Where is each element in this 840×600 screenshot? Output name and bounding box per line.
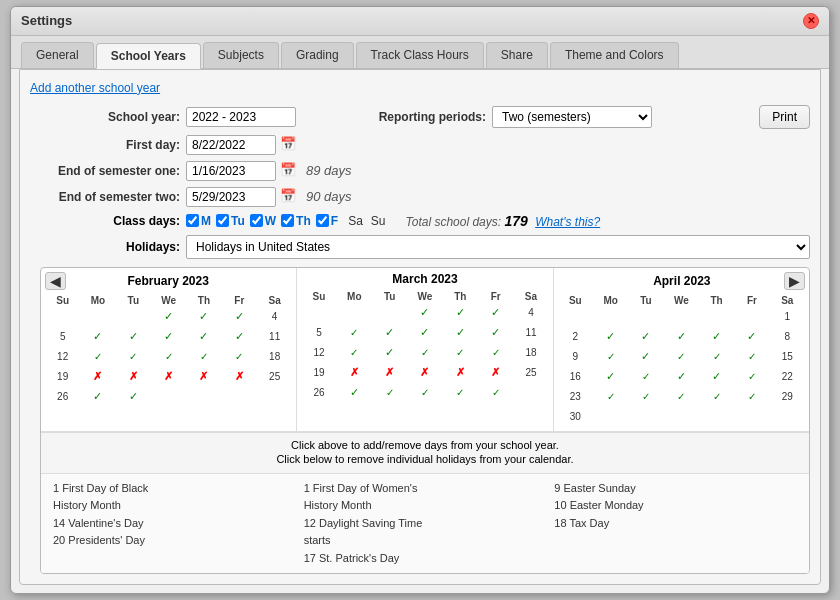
calendar-cell[interactable]: ✓ [186,307,221,327]
calendar-cell[interactable] [222,387,257,407]
calendar-cell[interactable]: 12 [45,347,80,367]
calendar-cell[interactable]: ✓ [443,343,478,363]
calendar-cell[interactable]: 5 [45,327,80,347]
calendar-cell[interactable]: ✓ [593,347,628,367]
day-wednesday[interactable]: W [250,214,276,228]
calendar-cell[interactable] [699,407,734,427]
calendar-cell[interactable]: ✓ [478,383,513,403]
calendar-cell[interactable] [734,407,769,427]
calendar-cell[interactable]: ✓ [664,327,699,347]
calendar-cell[interactable]: ✓ [628,327,663,347]
calendar-cell[interactable] [664,307,699,327]
calendar-cell[interactable]: 26 [301,383,336,403]
calendar-cell[interactable]: 1 [770,307,805,327]
calendar-cell[interactable]: ✓ [478,303,513,323]
calendar-cell[interactable]: 4 [257,307,292,327]
calendar-cell[interactable] [151,387,186,407]
calendar-cell[interactable]: ✓ [628,367,663,387]
calendar-cell[interactable]: ✓ [734,367,769,387]
holiday-item[interactable]: 12 Daylight Saving Time [304,515,547,533]
calendar-cell[interactable]: 11 [257,327,292,347]
holiday-item[interactable]: 10 Easter Monday [554,497,797,515]
calendar-cell[interactable]: ✓ [151,327,186,347]
calendar-cell[interactable]: ✓ [478,343,513,363]
calendar-cell[interactable]: ✓ [699,387,734,407]
holiday-item[interactable]: 1 First Day of Women's [304,480,547,498]
calendar-cell[interactable] [372,303,407,323]
calendar-cell[interactable]: ✓ [222,347,257,367]
holiday-item[interactable]: 1 First Day of Black [53,480,296,498]
calendar-cell[interactable]: ✓ [151,307,186,327]
calendar-cell[interactable] [593,407,628,427]
calendar-cell[interactable]: ✓ [372,383,407,403]
holiday-item[interactable]: 14 Valentine's Day [53,515,296,533]
calendar-cell[interactable]: 22 [770,367,805,387]
calendar-cell[interactable]: ✓ [664,387,699,407]
day-monday[interactable]: M [186,214,211,228]
tab-track-class-hours[interactable]: Track Class Hours [356,42,484,68]
holiday-item[interactable]: 17 St. Patrick's Day [304,550,547,568]
calendar-cell[interactable] [558,307,593,327]
tab-subjects[interactable]: Subjects [203,42,279,68]
calendar-cell[interactable]: 19 [301,363,336,383]
calendar-cell[interactable]: ✓ [80,327,115,347]
calendar-cell[interactable] [257,387,292,407]
calendar-cell[interactable] [80,307,115,327]
calendar-cell[interactable]: ✓ [80,387,115,407]
calendar-cell[interactable]: ✓ [443,383,478,403]
calendar-cell[interactable]: ✓ [593,387,628,407]
tab-school-years[interactable]: School Years [96,43,201,69]
calendar-cell[interactable]: ✓ [151,347,186,367]
calendar-cell[interactable]: ✓ [337,383,372,403]
calendar-cell[interactable] [628,407,663,427]
calendar-cell[interactable]: 9 [558,347,593,367]
calendar-cell[interactable]: 18 [513,343,548,363]
calendar-cell[interactable]: ✗ [407,363,442,383]
calendar-cell[interactable]: 26 [45,387,80,407]
calendar-cell[interactable]: ✓ [593,327,628,347]
calendar-cell[interactable]: ✓ [664,367,699,387]
calendar-cell[interactable]: ✗ [372,363,407,383]
end-semester2-calendar-icon[interactable]: 📅 [280,188,298,206]
calendar-cell[interactable]: ✓ [116,347,151,367]
calendar-cell[interactable]: ✓ [628,387,663,407]
tab-theme-and-colors[interactable]: Theme and Colors [550,42,679,68]
calendar-cell[interactable]: ✓ [443,303,478,323]
calendar-cell[interactable]: 29 [770,387,805,407]
calendar-cell[interactable]: 25 [513,363,548,383]
holiday-item[interactable]: 20 Presidents' Day [53,532,296,550]
tab-grading[interactable]: Grading [281,42,354,68]
calendar-cell[interactable]: ✗ [151,367,186,387]
calendar-cell[interactable] [116,307,151,327]
calendar-cell[interactable]: ✓ [407,343,442,363]
calendar-next-button[interactable]: ▶ [784,272,805,290]
holiday-item[interactable]: History Month [304,497,547,515]
day-friday[interactable]: F [316,214,338,228]
calendar-cell[interactable]: ✓ [337,343,372,363]
calendar-cell[interactable]: ✓ [734,347,769,367]
calendar-cell[interactable] [628,307,663,327]
calendar-cell[interactable]: ✓ [222,327,257,347]
calendar-cell[interactable]: ✗ [222,367,257,387]
holiday-item[interactable]: starts [304,532,547,550]
calendar-cell[interactable] [734,307,769,327]
add-school-year-link[interactable]: Add another school year [30,81,160,95]
calendar-cell[interactable]: 16 [558,367,593,387]
first-day-calendar-icon[interactable]: 📅 [280,136,298,154]
holiday-item[interactable]: 18 Tax Day [554,515,797,533]
calendar-cell[interactable]: 23 [558,387,593,407]
calendar-cell[interactable]: 4 [513,303,548,323]
day-thursday[interactable]: Th [281,214,311,228]
calendar-cell[interactable]: ✗ [80,367,115,387]
calendar-cell[interactable]: ✓ [407,303,442,323]
first-day-input[interactable] [186,135,276,155]
calendar-cell[interactable]: ✓ [116,387,151,407]
calendar-cell[interactable]: ✗ [337,363,372,383]
calendar-cell[interactable] [664,407,699,427]
whats-this-link[interactable]: What's this? [535,215,600,229]
calendar-cell[interactable]: ✓ [372,323,407,343]
calendar-cell[interactable]: ✓ [628,347,663,367]
calendar-cell[interactable]: ✓ [186,347,221,367]
calendar-cell[interactable]: ✓ [372,343,407,363]
end-semester1-input[interactable] [186,161,276,181]
